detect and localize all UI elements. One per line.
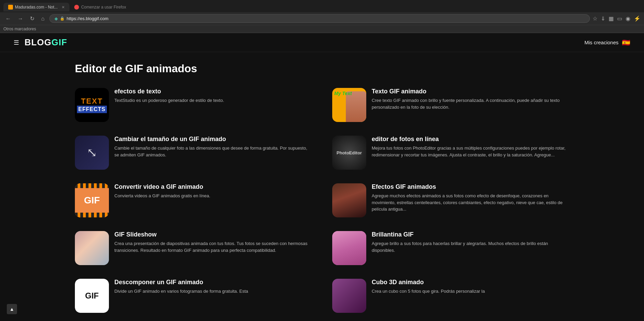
tool-info-texto-gif: Texto GIF animado Cree texto GIF animado…	[372, 88, 569, 110]
tool-desc-text-effects: TextStudio es un poderoso generador de e…	[114, 97, 312, 104]
tool-desc-cube-3d: Crea un cubo con 5 fotos que gira. Podrá…	[372, 288, 569, 295]
tool-thumbnail-photo-editor: PhotoEditor	[332, 136, 366, 170]
page-title: Editor de GIF animados	[75, 62, 569, 75]
logo-gif: GIF	[51, 37, 67, 47]
toolbar-right: ☆ ⇓ ▦ ▭ ◉ ⚡	[593, 15, 641, 22]
tab-firefox[interactable]: Comenzar a usar Firefox	[69, 3, 131, 12]
browser-chrome: Maduradas.com - Not... ✕ Comenzar a usar…	[0, 0, 644, 33]
face-img	[332, 183, 366, 217]
tool-desc-photo-editor: Mejora tus fotos con PhotoEditor gracias…	[372, 145, 569, 158]
tool-text-effects[interactable]: TEXT EFFECTS efectos de texto TextStudio…	[75, 85, 312, 125]
thumb-text-effects-img: TEXT EFFECTS	[75, 88, 109, 122]
tool-title-texto-gif: Texto GIF animado	[372, 88, 569, 95]
tool-gif-slideshow[interactable]: GIF Slideshow Crea una presentación de d…	[75, 228, 312, 268]
tool-thumbnail-resize-gif: ⤡	[75, 136, 109, 170]
header-left: ☰ BLOGGIF	[14, 37, 67, 48]
tool-video-gif[interactable]: GIF Convertir video a GIF animado Convie…	[75, 181, 312, 220]
thumb-cube3d-img	[332, 279, 366, 313]
hamburger-menu[interactable]: ☰	[14, 39, 19, 46]
home-button[interactable]: ⌂	[39, 15, 47, 22]
tool-thumbnail-text-effects: TEXT EFFECTS	[75, 88, 109, 122]
my-text-label: My Text	[334, 91, 352, 96]
tool-info-photo-editor: editor de fotos en línea Mejora tus foto…	[372, 136, 569, 158]
tab-favicon-maduradas	[8, 5, 13, 10]
browser-tabs: Maduradas.com - Not... ✕ Comenzar a usar…	[0, 0, 644, 12]
tools-grid: TEXT EFFECTS efectos de texto TextStudio…	[75, 85, 569, 316]
extensions-icon[interactable]: ⚡	[634, 15, 641, 22]
tool-title-text-effects: efectos de texto	[114, 88, 312, 95]
language-flag[interactable]: 🇪🇸	[622, 39, 630, 47]
tool-thumbnail-glitter-gif	[332, 231, 366, 265]
back-button[interactable]: ←	[3, 15, 13, 22]
url-text: https://es.bloggif.com	[67, 16, 585, 21]
tool-title-video-gif: Convertir video a GIF animado	[114, 183, 312, 190]
tool-animated-effects[interactable]: Efectos GIF animados Agregue muchos efec…	[332, 181, 569, 220]
thumb-decompose-img: GIF	[75, 279, 109, 313]
tool-desc-gif-slideshow: Crea una presentación de diapositivas an…	[114, 240, 312, 254]
bookmark-other-label: Otros marcadores	[3, 27, 36, 31]
glitter-img	[332, 231, 366, 265]
tab-label-firefox: Comenzar a usar Firefox	[81, 5, 126, 10]
tool-glitter-gif[interactable]: Brillantina GIF Agregue brillo a sus fot…	[332, 228, 569, 268]
site-logo[interactable]: BLOGGIF	[25, 37, 67, 48]
forward-button[interactable]: →	[16, 15, 25, 22]
thumb-text-t1: TEXT	[81, 97, 103, 106]
thumb-text-t2: EFFECTS	[77, 106, 107, 113]
address-bar[interactable]: ◆ 🔒 https://es.bloggif.com	[49, 14, 590, 23]
download-icon[interactable]: ⇓	[601, 15, 605, 22]
tool-texto-gif[interactable]: My Text Texto GIF animado Cree texto GIF…	[332, 85, 569, 125]
tool-desc-glitter-gif: Agregue brillo a sus fotos para hacerlas…	[372, 240, 569, 254]
thumb-glitter-img	[332, 231, 366, 265]
tab-favicon-firefox	[74, 5, 79, 10]
tool-thumbnail-texto-gif: My Text	[332, 88, 366, 122]
gif-label: GIF	[84, 195, 100, 206]
browser-toolbar: ← → ↻ ⌂ ◆ 🔒 https://es.bloggif.com ☆ ⇓ ▦…	[0, 12, 644, 25]
thumb-resize-img: ⤡	[75, 136, 109, 170]
thumb-video-gif-img: GIF	[75, 183, 109, 217]
tool-desc-video-gif: Convierta videos a GIF animados gratis e…	[114, 193, 312, 199]
bookmark-bar: Otros marcadores	[0, 25, 644, 33]
tool-info-decompose-gif: Descomponer un GIF animado Divide un GIF…	[114, 279, 312, 295]
tool-thumbnail-decompose-gif: GIF	[75, 279, 109, 313]
tool-title-cube-3d: Cubo 3D animado	[372, 279, 569, 286]
gif-black-label: GIF	[85, 291, 99, 301]
bookmark-other[interactable]: Otros marcadores	[3, 27, 36, 31]
thumb-photo-editor-img: PhotoEditor	[332, 136, 366, 170]
tool-info-text-effects: efectos de texto TextStudio es un podero…	[114, 88, 312, 104]
tool-thumbnail-cube-3d	[332, 279, 366, 313]
tool-info-animated-effects: Efectos GIF animados Agregue muchos efec…	[372, 183, 569, 213]
tool-photo-editor[interactable]: PhotoEditor editor de fotos en línea Mej…	[332, 133, 569, 172]
tool-thumbnail-animated-effects	[332, 183, 366, 217]
tool-thumbnail-gif-slideshow	[75, 231, 109, 265]
tool-info-cube-3d: Cubo 3D animado Crea un cubo con 5 fotos…	[372, 279, 569, 295]
lock-icon: 🔒	[60, 16, 65, 21]
tab-close-maduradas[interactable]: ✕	[62, 5, 65, 10]
tabs-icon[interactable]: ▦	[609, 15, 614, 22]
shield-icon: ◆	[54, 16, 58, 21]
tool-cube-3d[interactable]: Cubo 3D animado Crea un cubo con 5 fotos…	[332, 276, 569, 316]
mis-creaciones-link[interactable]: Mis creaciones	[584, 40, 618, 45]
tool-title-resize-gif: Cambiar el tamaño de un GIF animado	[114, 136, 312, 143]
bookmark-icon[interactable]: ☆	[593, 15, 597, 22]
tool-desc-animated-effects: Agregue muchos efectos animados a sus fo…	[372, 193, 569, 213]
site-header: ☰ BLOGGIF Mis creaciones 🇪🇸	[0, 33, 644, 52]
pe-label: PhotoEditor	[337, 150, 362, 155]
tool-info-resize-gif: Cambiar el tamaño de un GIF animado Camb…	[114, 136, 312, 158]
tool-info-glitter-gif: Brillantina GIF Agregue brillo a sus fot…	[372, 231, 569, 254]
window-icon[interactable]: ▭	[617, 15, 622, 22]
tab-maduradas[interactable]: Maduradas.com - Not... ✕	[3, 3, 69, 12]
scroll-to-top-button[interactable]: ▲	[7, 304, 17, 314]
tab-label-maduradas: Maduradas.com - Not...	[15, 5, 58, 10]
tool-title-glitter-gif: Brillantina GIF	[372, 231, 569, 238]
tool-desc-decompose-gif: Divide un GIF animado en varios fotogram…	[114, 288, 312, 295]
header-right: Mis creaciones 🇪🇸	[584, 39, 630, 47]
tool-decompose-gif[interactable]: GIF Descomponer un GIF animado Divide un…	[75, 276, 312, 316]
tool-info-gif-slideshow: GIF Slideshow Crea una presentación de d…	[114, 231, 312, 254]
tool-resize-gif[interactable]: ⤡ Cambiar el tamaño de un GIF animado Ca…	[75, 133, 312, 172]
thumb-slideshow-img	[75, 231, 109, 265]
tool-desc-resize-gif: Cambie el tamaño de cualquier foto a las…	[114, 145, 312, 158]
thumb-animated-effects-img	[332, 183, 366, 217]
tool-title-photo-editor: editor de fotos en línea	[372, 136, 569, 143]
firefox-icon[interactable]: ◉	[626, 15, 630, 22]
reload-button[interactable]: ↻	[28, 15, 36, 22]
